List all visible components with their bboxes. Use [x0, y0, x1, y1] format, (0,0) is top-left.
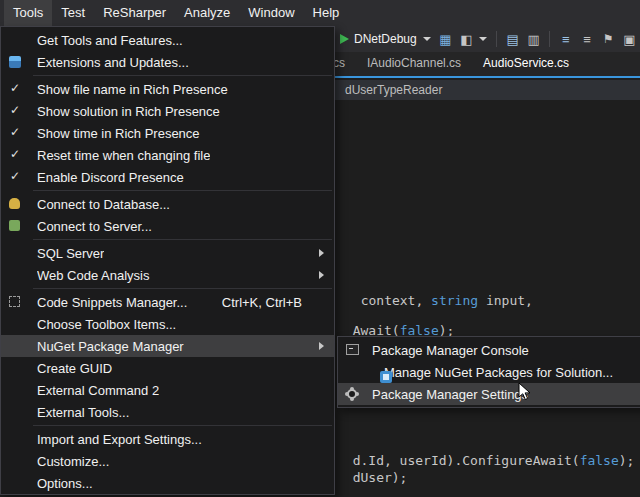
menu-item-label: Import and Export Settings...: [37, 432, 202, 447]
code-line: se);: [337, 483, 384, 497]
menu-item-label: Extensions and Updates...: [37, 55, 189, 70]
menu-item-get-tools-and-features[interactable]: Get Tools and Features...: [1, 29, 334, 51]
menu-item-show-solution[interactable]: Show solution in Rich Presence: [1, 100, 334, 122]
check-icon: [10, 103, 20, 117]
submenu-item-label: Manage NuGet Packages for Solution...: [384, 365, 613, 380]
database-icon: [9, 198, 20, 209]
submenu-arrow-icon: [319, 249, 324, 257]
console-icon: [346, 344, 359, 355]
bookmark-icon[interactable]: [601, 31, 616, 48]
menu-item-show-file-name[interactable]: Show file name in Rich Presence: [1, 78, 334, 100]
server-icon: [9, 220, 20, 231]
menu-item-external-command-2[interactable]: External Command 2: [1, 379, 334, 401]
snippets-icon: [9, 296, 20, 307]
submenu-item-package-manager-console[interactable]: Package Manager Console: [338, 339, 640, 361]
toolbar-separator: [496, 31, 497, 47]
tab-audioservice[interactable]: AudioService.cs: [472, 51, 580, 76]
menu-item-label: Choose Toolbox Items...: [37, 317, 176, 332]
menu-item-choose-toolbox-items[interactable]: Choose Toolbox Items...: [1, 313, 334, 335]
menu-item-sql-server[interactable]: SQL Server: [1, 242, 334, 264]
check-icon: [10, 81, 20, 95]
code-text: );: [619, 453, 635, 468]
menu-item-label: Web Code Analysis: [37, 268, 150, 283]
menu-item-label: Get Tools and Features...: [37, 33, 183, 48]
menu-shortcut: Ctrl+K, Ctrl+B: [222, 295, 324, 310]
menu-item-label: Enable Discord Presence: [37, 170, 184, 185]
code-line: context, string input,: [345, 278, 533, 308]
menu-item-code-snippets-manager[interactable]: Code Snippets Manager... Ctrl+K, Ctrl+B: [1, 291, 334, 313]
menu-item-label: Options...: [37, 476, 93, 491]
menu-item-label: Show time in Rich Presence: [37, 126, 200, 141]
submenu-arrow-icon: [319, 342, 324, 350]
menu-item-label: Connect to Server...: [37, 219, 152, 234]
menu-item-label: External Tools...: [37, 405, 129, 420]
menu-item-label: Customize...: [37, 454, 109, 469]
menu-item-reset-time[interactable]: Reset time when changing file: [1, 144, 334, 166]
sort-lines-icon[interactable]: [558, 31, 573, 48]
code-keyword: string: [431, 293, 478, 308]
menubar-item-tools[interactable]: Tools: [4, 0, 52, 26]
menu-item-create-guid[interactable]: Create GUID: [1, 357, 334, 379]
menu-separator: [33, 190, 332, 191]
extensions-icon: [9, 56, 21, 68]
menu-item-label: NuGet Package Manager: [37, 339, 184, 354]
menubar-item-analyze[interactable]: Analyze: [175, 0, 239, 26]
menu-item-extensions-and-updates[interactable]: Extensions and Updates...: [1, 51, 334, 73]
menu-item-external-tools[interactable]: External Tools...: [1, 401, 334, 423]
toolbar-separator: [549, 31, 550, 47]
line-numbers-icon[interactable]: [579, 31, 594, 48]
check-icon: [10, 125, 20, 139]
nuget-package-manager-submenu: Package Manager Console Manage NuGet Pac…: [337, 336, 640, 408]
menu-item-customize[interactable]: Customize...: [1, 450, 334, 472]
menu-item-enable-discord-presence[interactable]: Enable Discord Presence: [1, 166, 334, 188]
indent-guides-icon[interactable]: [526, 31, 541, 48]
menubar-item-window[interactable]: Window: [239, 0, 303, 26]
tools-menu: Get Tools and Features... Extensions and…: [0, 26, 335, 495]
menubar-item-resharper[interactable]: ReSharper: [94, 0, 175, 26]
submenu-item-label: Package Manager Settings: [372, 387, 528, 402]
submenu-item-label: Package Manager Console: [372, 343, 529, 358]
manage-packages-icon: [380, 371, 392, 383]
attach-process-icon[interactable]: [438, 31, 453, 48]
menu-item-options[interactable]: Options...: [1, 472, 334, 494]
menu-item-label: Create GUID: [37, 361, 112, 376]
menu-separator: [33, 239, 332, 240]
menubar-item-help[interactable]: Help: [304, 0, 349, 26]
tab-iaudiochannel[interactable]: IAudioChannel.cs: [356, 51, 472, 76]
run-target-dropdown-caret[interactable]: [423, 37, 431, 41]
new-query-icon[interactable]: [505, 31, 520, 48]
menu-item-import-export-settings[interactable]: Import and Export Settings...: [1, 428, 334, 450]
save-all-icon[interactable]: [622, 31, 637, 48]
gear-icon: [347, 389, 357, 399]
menu-bar: Tools Test ReSharper Analyze Window Help: [0, 0, 640, 26]
menu-item-show-time[interactable]: Show time in Rich Presence: [1, 122, 334, 144]
run-target-label[interactable]: DNetDebug: [354, 32, 417, 46]
menu-separator: [33, 425, 332, 426]
menu-item-web-code-analysis[interactable]: Web Code Analysis: [1, 264, 334, 286]
code-text: input,: [478, 293, 533, 308]
window-layout-icon[interactable]: [459, 31, 474, 48]
menu-item-nuget-package-manager[interactable]: NuGet Package Manager: [1, 335, 334, 357]
code-keyword: false: [580, 453, 619, 468]
menu-item-label: Show file name in Rich Presence: [37, 82, 228, 97]
menu-item-connect-to-database[interactable]: Connect to Database...: [1, 193, 334, 215]
breadcrumb[interactable]: dUserTypeReader: [345, 83, 442, 97]
code-line: Await(false);: [337, 308, 454, 338]
submenu-item-manage-nuget-packages[interactable]: Manage NuGet Packages for Solution...: [338, 361, 640, 383]
menu-separator: [33, 75, 332, 76]
menu-item-label: Reset time when changing file: [37, 148, 210, 163]
submenu-item-package-manager-settings[interactable]: Package Manager Settings: [338, 383, 640, 405]
code-line: dUser);: [337, 455, 407, 485]
play-icon[interactable]: [340, 34, 349, 44]
code-text: context,: [361, 293, 431, 308]
menu-separator: [33, 288, 332, 289]
check-icon: [10, 169, 20, 183]
menu-item-label: Code Snippets Manager...: [37, 295, 187, 310]
menu-item-label: Connect to Database...: [37, 197, 170, 212]
menu-item-connect-to-server[interactable]: Connect to Server...: [1, 215, 334, 237]
menu-item-label: Show solution in Rich Presence: [37, 104, 220, 119]
window-layout-dropdown-caret[interactable]: [479, 37, 487, 41]
submenu-arrow-icon: [319, 271, 324, 279]
menubar-item-test[interactable]: Test: [52, 0, 94, 26]
menu-item-label: External Command 2: [37, 383, 159, 398]
